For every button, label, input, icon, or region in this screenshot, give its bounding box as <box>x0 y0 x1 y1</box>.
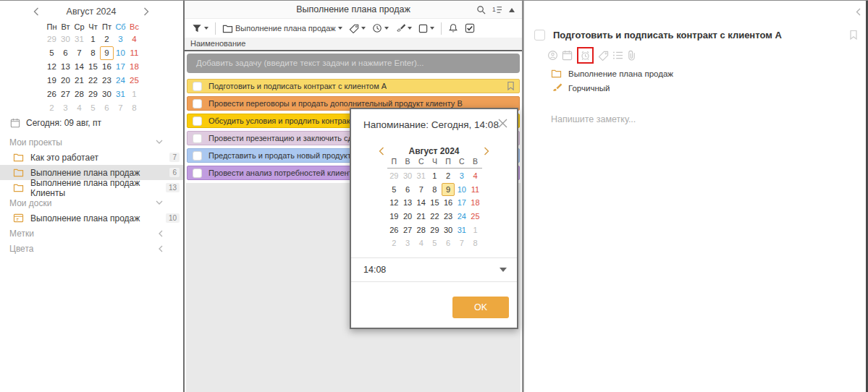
calendar-day[interactable]: 3 <box>401 237 415 250</box>
time-select[interactable]: 14:08 <box>351 257 517 282</box>
calendar-day[interactable]: 30 <box>401 169 415 183</box>
calendar-day[interactable]: 28 <box>72 88 86 101</box>
calendar-day[interactable]: 5 <box>45 46 59 60</box>
calendar-day[interactable]: 29 <box>387 169 401 183</box>
calendar-day[interactable]: 24 <box>114 74 127 88</box>
assignee-icon[interactable] <box>547 50 558 61</box>
calendar-day[interactable]: 1 <box>127 88 141 101</box>
calendar-day[interactable]: 3 <box>455 169 468 183</box>
calendar-day[interactable]: 3 <box>59 101 72 115</box>
calendar-day[interactable]: 13 <box>401 196 415 210</box>
calendar-day[interactable]: 4 <box>127 33 141 46</box>
calendar-day[interactable]: 7 <box>114 101 127 115</box>
calendar-day[interactable]: 31 <box>414 169 428 183</box>
task-checkbox[interactable] <box>193 116 202 126</box>
calendar-day[interactable]: 18 <box>127 60 141 74</box>
calendar-day[interactable]: 16 <box>100 60 114 74</box>
reminder-alarm-icon[interactable] <box>580 50 591 61</box>
sort-icon[interactable]: 1 <box>492 5 502 14</box>
calendar-day[interactable]: 26 <box>45 88 59 101</box>
task-checkbox[interactable] <box>193 82 202 91</box>
calendar-day[interactable]: 4 <box>468 169 482 183</box>
project-filter-button[interactable]: Выполнение плана продаж <box>222 24 342 33</box>
calendar-day[interactable]: 19 <box>45 74 59 88</box>
calendar-day[interactable]: 25 <box>468 210 482 223</box>
panel-collapse-icon[interactable] <box>856 8 861 16</box>
calendar-day[interactable]: 28 <box>414 223 428 237</box>
calendar-day[interactable]: 22 <box>428 210 442 223</box>
calendar-day[interactable]: 29 <box>86 88 100 101</box>
task-checkbox[interactable] <box>193 169 202 178</box>
sidebar-item-board[interactable]: Выполнение плана продаж 10 <box>0 210 183 226</box>
calendar-day[interactable]: 6 <box>100 101 114 115</box>
calendar-day[interactable]: 6 <box>59 46 72 60</box>
calendar-day[interactable]: 10 <box>455 183 468 197</box>
calendar-day[interactable]: 22 <box>86 74 100 88</box>
calendar-day[interactable]: 21 <box>72 74 86 88</box>
calendar-prev-icon[interactable] <box>33 7 39 16</box>
notification-button[interactable] <box>448 23 458 33</box>
calendar-day[interactable]: 5 <box>387 183 401 197</box>
checklist-icon[interactable] <box>612 51 623 60</box>
calendar-day[interactable]: 2 <box>442 169 455 183</box>
detail-project-row[interactable]: Выполнение плана продаж <box>551 69 673 78</box>
sidebar-item-labels[interactable]: Метки <box>0 226 183 241</box>
calendar-day[interactable]: 12 <box>387 196 401 210</box>
calendar-day[interactable]: 30 <box>442 223 455 237</box>
calendar-day[interactable]: 3 <box>114 33 127 46</box>
note-input[interactable]: Напишите заметку... <box>551 114 636 124</box>
task-checkbox[interactable] <box>193 134 202 143</box>
calendar-day[interactable]: 20 <box>59 74 72 88</box>
calendar-day[interactable]: 7 <box>414 183 428 197</box>
sidebar-item-colors[interactable]: Цвета <box>0 241 183 256</box>
filter-button[interactable] <box>192 24 208 33</box>
calendar-prev-icon[interactable] <box>379 147 384 155</box>
calendar-day[interactable]: 7 <box>455 237 468 250</box>
task-checkbox[interactable] <box>193 151 202 161</box>
calendar-next-icon[interactable] <box>484 147 489 155</box>
task-checkbox[interactable] <box>193 99 202 108</box>
search-icon[interactable] <box>476 5 486 14</box>
calendar-day[interactable]: 4 <box>414 237 428 250</box>
calendar-day[interactable]: 14 <box>414 196 428 210</box>
bookmark-icon[interactable] <box>849 30 858 41</box>
calendar-day[interactable]: 10 <box>114 46 127 60</box>
calendar-day[interactable]: 19 <box>387 210 401 223</box>
calendar-day[interactable]: 2 <box>45 101 59 115</box>
sidebar-item-project[interactable]: Как это работает 7 <box>0 150 183 165</box>
calendar-day[interactable]: 15 <box>86 60 100 74</box>
calendar-day[interactable]: 6 <box>401 183 415 197</box>
detail-task-checkbox[interactable] <box>534 30 545 41</box>
calendar-day[interactable]: 17 <box>455 196 468 210</box>
calendar-day[interactable]: 8 <box>86 46 100 60</box>
calendar-icon[interactable] <box>562 50 573 61</box>
calendar-day[interactable]: 18 <box>468 196 482 210</box>
color-button[interactable] <box>395 23 412 33</box>
calendar-day[interactable]: 16 <box>442 196 455 210</box>
attachment-icon[interactable] <box>627 50 636 61</box>
calendar-day[interactable]: 13 <box>59 60 72 74</box>
ok-button[interactable]: OK <box>452 297 509 318</box>
calendar-day[interactable]: 5 <box>86 101 100 115</box>
calendar-day[interactable]: 9 <box>442 183 455 197</box>
calendar-day[interactable]: 17 <box>114 60 127 74</box>
calendar-day[interactable]: 4 <box>72 101 86 115</box>
calendar-day[interactable]: 29 <box>45 33 59 46</box>
time-button[interactable] <box>372 23 389 33</box>
sidebar-item-project[interactable]: Выполнение плана продаж Клиенты 13 <box>0 180 183 195</box>
calendar-day[interactable]: 14 <box>72 60 86 74</box>
calendar-day[interactable]: 12 <box>45 60 59 74</box>
calendar-day[interactable]: 26 <box>387 223 401 237</box>
calendar-day[interactable]: 15 <box>428 196 442 210</box>
calendar-day[interactable]: 8 <box>127 101 141 115</box>
calendar-day[interactable]: 24 <box>455 210 468 223</box>
calendar-day[interactable]: 1 <box>86 33 100 46</box>
detail-color-row[interactable]: Горчичный <box>551 82 610 93</box>
calendar-day[interactable]: 20 <box>401 210 415 223</box>
calendar-day[interactable]: 9 <box>100 46 114 60</box>
tag-button[interactable] <box>349 24 366 33</box>
sidebar-section-projects[interactable]: Мои проекты <box>0 135 183 150</box>
calendar-day[interactable]: 27 <box>59 88 72 101</box>
calendar-day[interactable]: 11 <box>468 183 482 197</box>
calendar-day[interactable]: 27 <box>401 223 415 237</box>
